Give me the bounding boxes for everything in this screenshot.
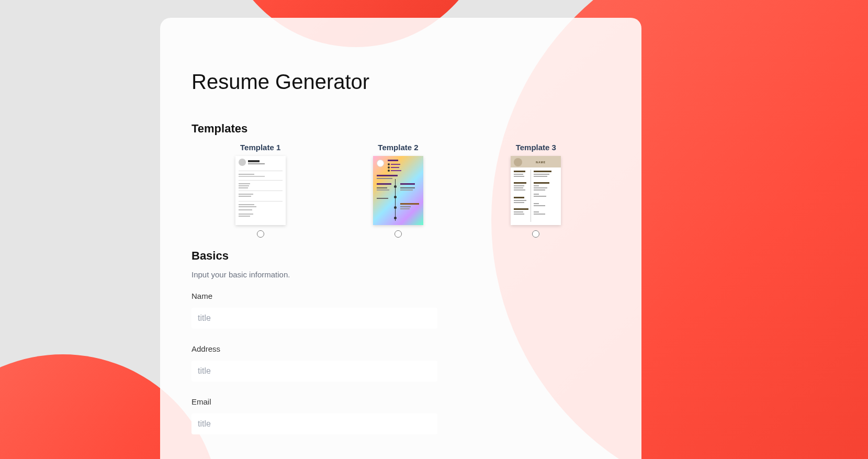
name-label: Name	[191, 292, 605, 300]
basics-heading: Basics	[191, 249, 605, 263]
template-radio-3[interactable]	[532, 230, 539, 238]
templates-heading: Templates	[191, 122, 605, 136]
template-radio-2[interactable]	[394, 230, 402, 238]
form-group-address: Address	[191, 344, 605, 382]
address-label: Address	[191, 344, 605, 353]
email-label: Email	[191, 397, 605, 406]
basics-subheading: Input your basic information.	[191, 270, 605, 279]
form-group-email: Email	[191, 397, 605, 434]
template-radio-1[interactable]	[257, 230, 264, 238]
name-input[interactable]	[191, 308, 437, 329]
template-label: Template 2	[329, 143, 467, 152]
template-option-1: Template 1	[191, 143, 329, 240]
template-thumbnail-2[interactable]	[373, 156, 423, 225]
email-input[interactable]	[191, 413, 437, 434]
main-card: Resume Generator Templates Template 1	[160, 18, 641, 459]
template-thumbnail-1[interactable]	[235, 156, 286, 225]
form-group-name: Name	[191, 292, 605, 329]
template-label: Template 1	[191, 143, 329, 152]
address-input[interactable]	[191, 361, 437, 382]
page-title: Resume Generator	[191, 70, 605, 94]
template-option-3: Template 3 NAME	[467, 143, 605, 240]
template-option-2: Template 2	[329, 143, 467, 240]
templates-row: Template 1	[191, 143, 605, 240]
template-thumbnail-3[interactable]: NAME	[511, 156, 561, 225]
template-label: Template 3	[467, 143, 605, 152]
